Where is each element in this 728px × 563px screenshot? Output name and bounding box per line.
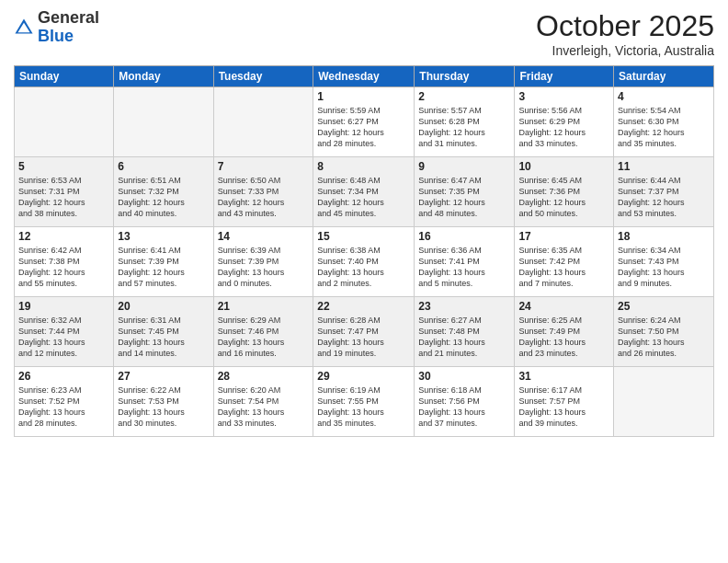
day-info: Sunrise: 6:35 AM Sunset: 7:42 PM Dayligh… — [518, 245, 609, 290]
day-number: 19 — [18, 300, 109, 313]
day-number: 11 — [618, 160, 710, 173]
day-number: 1 — [317, 90, 410, 103]
day-info: Sunrise: 6:34 AM Sunset: 7:43 PM Dayligh… — [618, 245, 710, 290]
calendar-cell: 31Sunrise: 6:17 AM Sunset: 7:57 PM Dayli… — [515, 367, 614, 437]
day-number: 7 — [218, 160, 310, 173]
calendar-cell: 13Sunrise: 6:41 AM Sunset: 7:39 PM Dayli… — [114, 227, 213, 297]
day-number: 27 — [118, 370, 209, 383]
day-number: 31 — [518, 370, 609, 383]
calendar-cell: 3Sunrise: 5:56 AM Sunset: 6:29 PM Daylig… — [515, 87, 614, 157]
day-info: Sunrise: 6:47 AM Sunset: 7:35 PM Dayligh… — [418, 175, 510, 220]
day-info: Sunrise: 5:57 AM Sunset: 6:28 PM Dayligh… — [418, 105, 510, 150]
day-number: 14 — [218, 230, 310, 243]
calendar-cell: 4Sunrise: 5:54 AM Sunset: 6:30 PM Daylig… — [614, 87, 714, 157]
calendar-cell: 1Sunrise: 5:59 AM Sunset: 6:27 PM Daylig… — [313, 87, 415, 157]
day-info: Sunrise: 6:48 AM Sunset: 7:34 PM Dayligh… — [317, 175, 410, 220]
day-info: Sunrise: 6:38 AM Sunset: 7:40 PM Dayligh… — [317, 245, 410, 290]
calendar-cell: 7Sunrise: 6:50 AM Sunset: 7:33 PM Daylig… — [213, 157, 313, 227]
day-number: 28 — [218, 370, 310, 383]
day-number: 12 — [18, 230, 109, 243]
calendar-cell: 18Sunrise: 6:34 AM Sunset: 7:43 PM Dayli… — [614, 227, 714, 297]
day-info: Sunrise: 6:27 AM Sunset: 7:48 PM Dayligh… — [418, 315, 510, 360]
day-info: Sunrise: 6:51 AM Sunset: 7:32 PM Dayligh… — [118, 175, 209, 220]
day-info: Sunrise: 6:28 AM Sunset: 7:47 PM Dayligh… — [317, 315, 410, 360]
day-info: Sunrise: 6:29 AM Sunset: 7:46 PM Dayligh… — [218, 315, 310, 360]
calendar-cell: 30Sunrise: 6:18 AM Sunset: 7:56 PM Dayli… — [415, 367, 515, 437]
calendar-header-thursday: Thursday — [415, 66, 515, 87]
day-number: 24 — [518, 300, 609, 313]
calendar-cell: 16Sunrise: 6:36 AM Sunset: 7:41 PM Dayli… — [415, 227, 515, 297]
calendar-header-tuesday: Tuesday — [213, 66, 313, 87]
calendar-week-row: 12Sunrise: 6:42 AM Sunset: 7:38 PM Dayli… — [15, 227, 714, 297]
calendar-cell: 27Sunrise: 6:22 AM Sunset: 7:53 PM Dayli… — [114, 367, 213, 437]
calendar-cell — [614, 367, 714, 437]
day-info: Sunrise: 6:42 AM Sunset: 7:38 PM Dayligh… — [18, 245, 109, 290]
calendar-cell: 21Sunrise: 6:29 AM Sunset: 7:46 PM Dayli… — [213, 297, 313, 367]
day-info: Sunrise: 6:44 AM Sunset: 7:37 PM Dayligh… — [618, 175, 710, 220]
day-number: 18 — [618, 230, 710, 243]
day-number: 4 — [618, 90, 710, 103]
logo-blue: Blue — [38, 27, 74, 45]
day-number: 30 — [418, 370, 510, 383]
logo-general: General — [38, 8, 99, 27]
header: General Blue October 2025 Inverleigh, Vi… — [14, 9, 714, 58]
logo-text: General Blue — [38, 9, 99, 46]
calendar-cell: 22Sunrise: 6:28 AM Sunset: 7:47 PM Dayli… — [313, 297, 415, 367]
day-info: Sunrise: 6:23 AM Sunset: 7:52 PM Dayligh… — [18, 385, 109, 430]
day-info: Sunrise: 6:17 AM Sunset: 7:57 PM Dayligh… — [518, 385, 609, 430]
day-info: Sunrise: 6:41 AM Sunset: 7:39 PM Dayligh… — [118, 245, 209, 290]
calendar-cell: 6Sunrise: 6:51 AM Sunset: 7:32 PM Daylig… — [114, 157, 213, 227]
day-info: Sunrise: 6:19 AM Sunset: 7:55 PM Dayligh… — [317, 385, 410, 430]
day-number: 8 — [317, 160, 410, 173]
day-number: 5 — [18, 160, 109, 173]
month-title: October 2025 — [536, 9, 714, 43]
calendar-week-row: 5Sunrise: 6:53 AM Sunset: 7:31 PM Daylig… — [15, 157, 714, 227]
day-info: Sunrise: 6:45 AM Sunset: 7:36 PM Dayligh… — [518, 175, 609, 220]
day-info: Sunrise: 6:22 AM Sunset: 7:53 PM Dayligh… — [118, 385, 209, 430]
day-number: 13 — [118, 230, 209, 243]
calendar-cell: 15Sunrise: 6:38 AM Sunset: 7:40 PM Dayli… — [313, 227, 415, 297]
day-number: 26 — [18, 370, 109, 383]
calendar-cell: 17Sunrise: 6:35 AM Sunset: 7:42 PM Dayli… — [515, 227, 614, 297]
calendar-week-row: 26Sunrise: 6:23 AM Sunset: 7:52 PM Dayli… — [15, 367, 714, 437]
calendar-cell — [114, 87, 213, 157]
calendar-week-row: 1Sunrise: 5:59 AM Sunset: 6:27 PM Daylig… — [15, 87, 714, 157]
day-info: Sunrise: 6:31 AM Sunset: 7:45 PM Dayligh… — [118, 315, 209, 360]
calendar-header-sunday: Sunday — [15, 66, 114, 87]
calendar-week-row: 19Sunrise: 6:32 AM Sunset: 7:44 PM Dayli… — [15, 297, 714, 367]
calendar-cell: 24Sunrise: 6:25 AM Sunset: 7:49 PM Dayli… — [515, 297, 614, 367]
calendar-cell: 19Sunrise: 6:32 AM Sunset: 7:44 PM Dayli… — [15, 297, 114, 367]
day-info: Sunrise: 6:24 AM Sunset: 7:50 PM Dayligh… — [618, 315, 710, 360]
day-number: 9 — [418, 160, 510, 173]
day-info: Sunrise: 6:39 AM Sunset: 7:39 PM Dayligh… — [218, 245, 310, 290]
calendar-cell: 9Sunrise: 6:47 AM Sunset: 7:35 PM Daylig… — [415, 157, 515, 227]
day-info: Sunrise: 6:18 AM Sunset: 7:56 PM Dayligh… — [418, 385, 510, 430]
day-number: 22 — [317, 300, 410, 313]
calendar-cell: 23Sunrise: 6:27 AM Sunset: 7:48 PM Dayli… — [415, 297, 515, 367]
day-number: 3 — [518, 90, 609, 103]
day-info: Sunrise: 5:56 AM Sunset: 6:29 PM Dayligh… — [518, 105, 609, 150]
calendar-cell: 29Sunrise: 6:19 AM Sunset: 7:55 PM Dayli… — [313, 367, 415, 437]
calendar-header-wednesday: Wednesday — [313, 66, 415, 87]
logo: General Blue — [14, 9, 99, 46]
calendar-cell: 2Sunrise: 5:57 AM Sunset: 6:28 PM Daylig… — [415, 87, 515, 157]
calendar-header-saturday: Saturday — [614, 66, 714, 87]
day-info: Sunrise: 6:25 AM Sunset: 7:49 PM Dayligh… — [518, 315, 609, 360]
day-info: Sunrise: 6:36 AM Sunset: 7:41 PM Dayligh… — [418, 245, 510, 290]
day-info: Sunrise: 5:59 AM Sunset: 6:27 PM Dayligh… — [317, 105, 410, 150]
day-number: 29 — [317, 370, 410, 383]
calendar-cell: 14Sunrise: 6:39 AM Sunset: 7:39 PM Dayli… — [213, 227, 313, 297]
day-number: 15 — [317, 230, 410, 243]
calendar-header-monday: Monday — [114, 66, 213, 87]
day-number: 6 — [118, 160, 209, 173]
day-number: 2 — [418, 90, 510, 103]
day-number: 16 — [418, 230, 510, 243]
calendar-cell: 8Sunrise: 6:48 AM Sunset: 7:34 PM Daylig… — [313, 157, 415, 227]
day-number: 17 — [518, 230, 609, 243]
day-number: 20 — [118, 300, 209, 313]
calendar-cell — [15, 87, 114, 157]
day-number: 25 — [618, 300, 710, 313]
calendar-table: SundayMondayTuesdayWednesdayThursdayFrid… — [14, 65, 714, 437]
page: General Blue October 2025 Inverleigh, Vi… — [0, 0, 728, 563]
calendar-cell: 10Sunrise: 6:45 AM Sunset: 7:36 PM Dayli… — [515, 157, 614, 227]
